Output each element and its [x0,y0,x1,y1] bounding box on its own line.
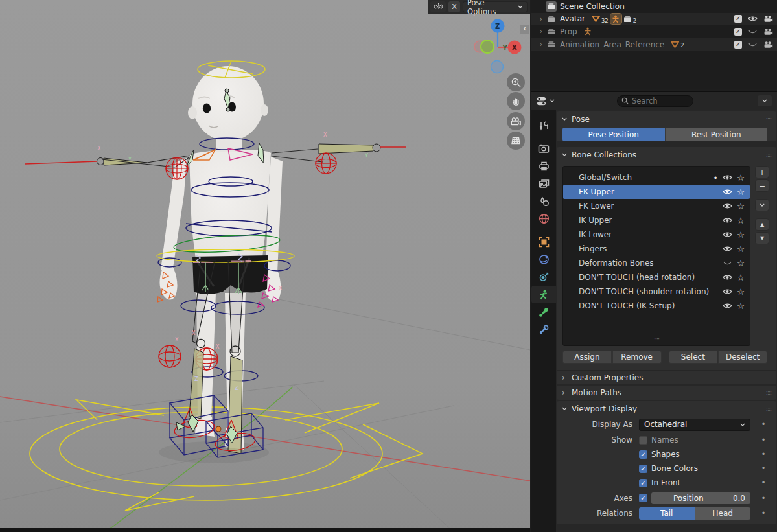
search-input[interactable] [632,97,684,106]
bone-collection-row[interactable]: IK Upper ☆ [563,213,750,227]
bone-collection-row[interactable]: DON'T TOUCH (IK Setup) ☆ [563,299,750,313]
bone-colors-checkbox[interactable]: ✓ [639,465,647,473]
x-mirror-butterfly-icon[interactable] [430,1,446,12]
names-checkbox[interactable] [639,436,647,445]
tab-bone-constraints-icon[interactable] [531,321,556,338]
tab-physics-icon[interactable] [531,251,556,268]
list-resize-handle[interactable]: :::: [563,336,750,343]
solo-star-icon[interactable]: ☆ [737,229,745,240]
assign-button[interactable]: Assign [562,351,612,364]
mesh-data-icon[interactable] [592,15,600,23]
disclosure-icon[interactable]: › [537,40,546,49]
eye-open-icon[interactable] [723,231,732,238]
bone-collections-header[interactable]: Bone Collections :::: [557,147,776,162]
mirror-x-toggle[interactable]: X [448,1,460,12]
zoom-icon[interactable] [507,73,525,91]
select-button[interactable]: Select [669,351,718,364]
solo-star-icon[interactable]: ☆ [737,258,745,268]
camera-view-icon[interactable] [507,112,525,130]
pan-hand-icon[interactable] [507,92,525,110]
panel-drag-handle[interactable]: :::: [766,152,771,158]
pose-panel-header[interactable]: Pose :::: [557,111,776,126]
pose-position-button[interactable]: Pose Position [562,128,665,141]
bone-collection-row[interactable]: DON'T TOUCH (shoulder rotation) ☆ [563,284,750,299]
armature-object-icon[interactable] [584,27,592,36]
eye-closed-icon[interactable] [723,260,732,266]
exclude-checkbox[interactable]: ✓ [734,28,742,36]
display-as-dropdown[interactable]: Octahedral [639,419,750,431]
ortho-grid-icon[interactable] [507,132,525,150]
bone-collection-row[interactable]: DON'T TOUCH (head rotation) ☆ [563,270,750,284]
tab-output-icon[interactable] [531,157,556,175]
specials-menu-button[interactable] [755,199,769,211]
viewport-display-header[interactable]: Viewport Display :::: [557,401,776,416]
tab-world-icon[interactable] [531,210,556,227]
animate-dot[interactable]: • [750,435,776,445]
tab-armature-data-icon[interactable] [531,286,556,303]
animate-dot[interactable]: • [750,450,776,459]
3d-viewport[interactable]: X Y X Y X X X Z Z X Y [0,0,530,532]
bone-collection-row[interactable]: Fingers ☆ [563,242,750,256]
exclude-checkbox[interactable]: ✓ [734,41,742,49]
panel-drag-handle[interactable]: :::: [766,406,771,412]
eye-open-icon[interactable] [723,303,732,309]
solo-star-icon[interactable]: ☆ [737,286,745,297]
eye-open-icon[interactable] [748,16,758,22]
motion-paths-header[interactable]: › Motion Paths :::: [557,386,776,400]
bone-collection-row[interactable]: Global/Switch • ☆ [563,170,750,185]
render-camera-icon[interactable] [763,41,773,49]
tab-scene-icon[interactable] [531,192,556,210]
gizmo-minus-z[interactable] [491,61,504,73]
move-up-button[interactable]: ▲ [755,218,769,231]
relations-tail-button[interactable]: Tail [639,507,695,520]
eye-open-icon[interactable] [723,217,732,224]
solo-star-icon[interactable]: ☆ [737,272,745,283]
tab-view-layer-icon[interactable] [531,175,556,192]
solo-star-icon[interactable]: ☆ [737,244,745,254]
mesh-data-icon[interactable] [671,41,679,49]
solo-star-icon[interactable]: ☆ [737,201,745,211]
solo-star-icon[interactable]: ☆ [737,301,745,311]
eye-open-icon[interactable] [723,274,732,281]
bone-collection-row[interactable]: FK Lower ☆ [563,199,750,213]
tab-render-icon[interactable] [531,140,556,157]
solo-star-icon[interactable]: ☆ [737,215,745,226]
solo-star-icon[interactable]: ☆ [737,187,745,197]
relations-head-button[interactable]: Head [695,507,751,520]
animate-dot[interactable]: • [750,478,776,487]
disclosure-icon[interactable]: › [537,27,546,36]
pose-options-dropdown[interactable]: Pose Options [463,1,528,12]
animate-dot[interactable]: • [750,494,776,503]
editor-type-selector[interactable] [537,97,555,106]
eye-open-icon[interactable] [723,288,732,295]
shapes-checkbox[interactable]: ✓ [639,450,647,459]
tab-bone-icon[interactable] [531,303,556,321]
animate-dot[interactable]: • [750,464,776,473]
outliner-row-prop[interactable]: › Prop ✓ [531,25,777,38]
render-camera-icon[interactable] [763,15,773,23]
collection-instance-icon[interactable] [623,16,632,23]
eye-open-icon[interactable] [723,246,732,252]
solo-star-icon[interactable]: ☆ [737,172,745,183]
outliner-row-avatar[interactable]: › Avatar 32 2 ✓ [531,13,777,26]
move-down-button[interactable]: ▼ [755,232,769,244]
axes-position-slider[interactable]: Position 0.0 [651,492,750,504]
armature-object-icon[interactable] [610,14,621,24]
eye-open-icon[interactable] [723,189,732,195]
add-collection-button[interactable]: + [755,166,769,178]
outliner-row-scene-collection[interactable]: Scene Collection [531,0,777,13]
tab-constraints-icon[interactable] [531,268,556,286]
tab-object-icon[interactable] [531,233,556,251]
remove-collection-button[interactable]: − [755,179,769,192]
panel-drag-handle[interactable]: :::: [766,389,771,396]
eye-closed-icon[interactable] [748,29,758,35]
disclosure-icon[interactable]: › [537,15,546,23]
sidebar-expand-arrow[interactable]: ‹ [520,25,529,34]
gizmo-plus-y[interactable] [481,40,494,53]
render-camera-icon[interactable] [763,28,773,36]
properties-options-menu[interactable] [758,95,772,106]
bone-collection-row-selected[interactable]: FK Upper ☆ [563,185,750,199]
rest-position-button[interactable]: Rest Position [665,128,768,141]
animate-dot[interactable]: • [750,420,776,429]
axes-checkbox[interactable]: ✓ [639,494,647,502]
